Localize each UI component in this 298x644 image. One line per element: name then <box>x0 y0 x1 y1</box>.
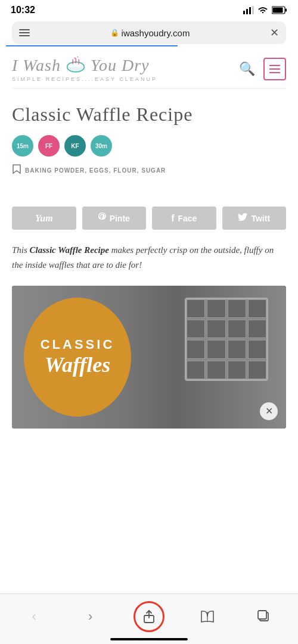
waffle-cell <box>187 320 205 338</box>
bookmarks-icon <box>200 610 215 623</box>
image-close-button[interactable]: ✕ <box>260 402 278 420</box>
yum-icon: Yum <box>35 213 53 224</box>
waffle-cell <box>228 299 246 318</box>
waffle-grid-visual <box>185 298 268 381</box>
home-bar <box>110 638 188 640</box>
forward-icon: › <box>88 609 92 624</box>
logo-tagline: Simple Recipes....Easy Cleanup <box>12 76 157 82</box>
nav-menu-button[interactable] <box>263 58 286 80</box>
pinterest-label: Pinte <box>110 214 130 223</box>
logo-bowl-icon: ♥ ♥ <box>64 56 87 75</box>
tag-icon <box>12 164 21 177</box>
bookmarks-button[interactable] <box>194 604 221 630</box>
waffle-cell <box>187 361 205 379</box>
header-icons: 🔍 <box>239 58 286 80</box>
bottom-spacer <box>0 429 298 488</box>
svg-rect-13 <box>258 611 266 619</box>
close-tab-button[interactable]: ✕ <box>270 26 279 39</box>
address-bar-container: 🔒 iwashyoudry.com ✕ <box>0 19 298 46</box>
waffle-grid-inner <box>185 298 268 381</box>
svg-rect-5 <box>285 9 287 12</box>
site-header: I Wash ♥ ♥ You Dry Simple Recipes....Eas… <box>0 46 298 88</box>
logo-text: I Wash ♥ ♥ You Dry <box>12 56 157 75</box>
description-intro: This <box>12 245 30 255</box>
waffle-cell <box>207 299 225 318</box>
svg-rect-2 <box>249 7 251 14</box>
status-bar: 10:32 <box>0 0 298 19</box>
tags-row: BAKING POWDER, EGGS, FLOUR, SUGAR <box>12 164 286 177</box>
pinterest-button[interactable]: Pinte <box>82 207 147 230</box>
waffle-cell <box>228 361 246 379</box>
twitter-button[interactable]: Twitt <box>222 207 287 230</box>
waffle-cell <box>187 340 205 358</box>
badge-ff[interactable]: FF <box>38 135 60 157</box>
badge-total-time[interactable]: 30m <box>91 135 112 157</box>
site-logo: I Wash ♥ ♥ You Dry Simple Recipes....Eas… <box>12 56 157 82</box>
facebook-button[interactable]: f Face <box>152 207 216 230</box>
svg-rect-6 <box>273 8 283 13</box>
badge-row: 15m FF KF 30m <box>12 135 286 157</box>
waffle-cell <box>228 320 246 338</box>
share-icon <box>142 609 156 624</box>
recipe-description: This Classic Waffle Recipe makes perfect… <box>12 243 286 273</box>
facebook-icon: f <box>171 213 174 224</box>
logo-part1: I Wash <box>12 56 61 75</box>
badge-kf[interactable]: KF <box>64 135 86 157</box>
search-button[interactable]: 🔍 <box>239 61 255 77</box>
signal-icon <box>243 6 254 14</box>
recipe-image: CLASSIC Waffles ✕ <box>12 286 286 429</box>
svg-text:♥: ♥ <box>74 57 76 60</box>
pinterest-icon <box>98 212 106 224</box>
circle-waffles-text: Waffles <box>45 352 111 377</box>
wifi-icon <box>257 6 268 14</box>
badge-time[interactable]: 15m <box>12 135 33 157</box>
twitter-icon <box>238 213 247 223</box>
tabs-icon <box>257 610 271 623</box>
status-time: 10:32 <box>11 5 35 15</box>
address-bar[interactable]: 🔒 iwashyoudry.com ✕ <box>12 21 286 44</box>
hamburger-icon <box>269 65 280 73</box>
waffle-cell <box>248 340 266 358</box>
url-text: iwashyoudry.com <box>122 28 190 38</box>
browser-menu-button[interactable] <box>19 29 30 36</box>
ingredient-tags: BAKING POWDER, EGGS, FLOUR, SUGAR <box>25 167 166 174</box>
description-bold: Classic Waffle Recipe <box>30 245 109 255</box>
svg-rect-1 <box>246 9 248 14</box>
svg-rect-0 <box>243 11 245 14</box>
waffle-cell <box>207 340 225 358</box>
tag-svg-icon <box>12 164 21 174</box>
lock-icon: 🔒 <box>110 29 119 37</box>
waffle-cell <box>248 361 266 379</box>
status-icons <box>243 6 287 14</box>
waffle-cell <box>228 340 246 358</box>
back-icon: ‹ <box>32 609 36 624</box>
tabs-button[interactable] <box>251 604 277 630</box>
main-content: Classic Waffle Recipe 15m FF KF 30m BAKI… <box>0 89 298 429</box>
forward-button[interactable]: › <box>77 604 104 630</box>
waffle-cell <box>207 361 225 379</box>
twitter-label: Twitt <box>251 214 270 223</box>
yum-button[interactable]: Yum <box>12 207 76 230</box>
share-button[interactable] <box>134 601 164 632</box>
bottom-toolbar: ‹ › <box>0 593 298 644</box>
spacer1 <box>12 189 286 207</box>
logo-part2: You Dry <box>91 56 150 75</box>
back-button: ‹ <box>21 604 47 630</box>
waffle-cell <box>248 299 266 318</box>
circle-classic-text: CLASSIC <box>41 337 115 352</box>
facebook-label: Face <box>178 214 197 223</box>
recipe-title: Classic Waffle Recipe <box>12 103 286 126</box>
svg-rect-3 <box>252 6 254 14</box>
share-buttons: Yum Pinte f Face Twitt <box>12 207 286 230</box>
battery-icon <box>272 6 287 14</box>
golden-circle-overlay: CLASSIC Waffles <box>24 298 131 417</box>
svg-text:♥: ♥ <box>77 56 79 58</box>
waffle-cell <box>207 320 225 338</box>
waffle-cell <box>187 299 205 318</box>
waffle-cell <box>248 320 266 338</box>
url-display[interactable]: 🔒 iwashyoudry.com <box>35 28 265 38</box>
image-placeholder: CLASSIC Waffles ✕ <box>12 286 286 429</box>
